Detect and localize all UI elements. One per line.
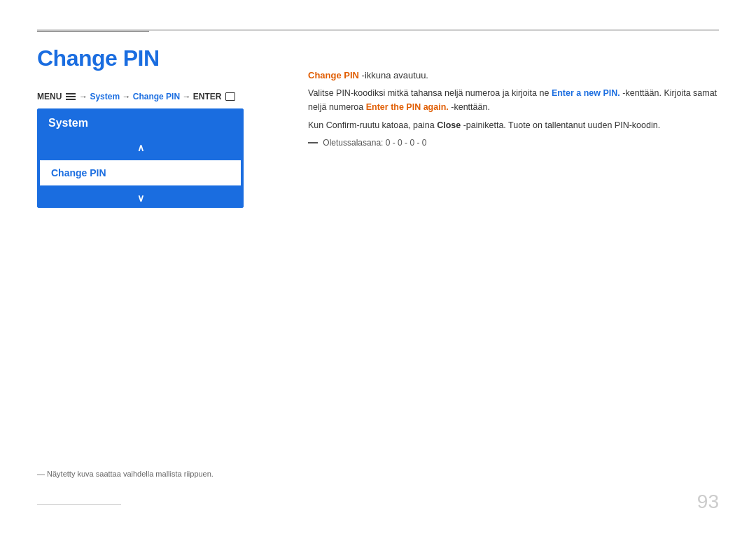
note-divider: [308, 142, 318, 143]
right-panel-line1: Valitse PIN-koodiksi mitkä tahansa neljä…: [308, 86, 719, 114]
top-divider: [37, 29, 719, 31]
page-title: Change PIN: [37, 45, 160, 71]
line1-bold-blue: Enter a new PIN.: [552, 88, 620, 98]
enter-label: ENTER: [193, 92, 222, 101]
line1-end: -kenttään.: [451, 102, 490, 112]
page-number: 93: [697, 491, 719, 513]
enter-icon: [225, 92, 235, 101]
arrow-up-icon: [37, 138, 244, 157]
system-link: System: [90, 92, 120, 101]
right-panel-title: Change PIN -ikkuna avautuu.: [308, 70, 719, 80]
bottom-line: [37, 504, 121, 505]
menu-path: MENU → System → Change PIN → ENTER: [37, 91, 235, 101]
change-pin-link: Change PIN: [133, 92, 180, 101]
line1-pre: Valitse PIN-koodiksi mitkä tahansa neljä…: [308, 88, 549, 98]
line2-end: -painiketta. Tuote on tallentanut uuden …: [463, 120, 660, 130]
system-menu-box: System Change PIN: [37, 108, 244, 208]
line2-bold: Close: [437, 120, 461, 130]
bottom-note: Näytetty kuva saattaa vaihdella mallista…: [37, 470, 214, 478]
right-panel-line2: Kun Confirm-ruutu katoaa, paina Close -p…: [308, 118, 719, 132]
system-menu-header: System: [37, 108, 244, 138]
line2-pre: Kun Confirm-ruutu katoaa, paina: [308, 120, 435, 130]
arrow1: →: [79, 92, 88, 101]
line1-bold-orange: Enter the PIN again.: [366, 102, 449, 112]
right-panel-note: Oletussalasana: 0 - 0 - 0 - 0: [308, 138, 719, 148]
menu-label: MENU: [37, 92, 62, 101]
arrow2: →: [122, 92, 130, 101]
note-text: Oletussalasana: 0 - 0 - 0 - 0: [323, 138, 426, 148]
title-bold: Change PIN: [308, 70, 359, 80]
right-panel: Change PIN -ikkuna avautuu. Valitse PIN-…: [308, 70, 719, 148]
arrow-down-icon: [37, 188, 244, 208]
menu-icon: [66, 93, 76, 100]
change-pin-menu-item[interactable]: Change PIN: [38, 159, 242, 187]
arrow3: →: [182, 92, 190, 101]
title-rest: -ikkuna avautuu.: [362, 70, 428, 80]
